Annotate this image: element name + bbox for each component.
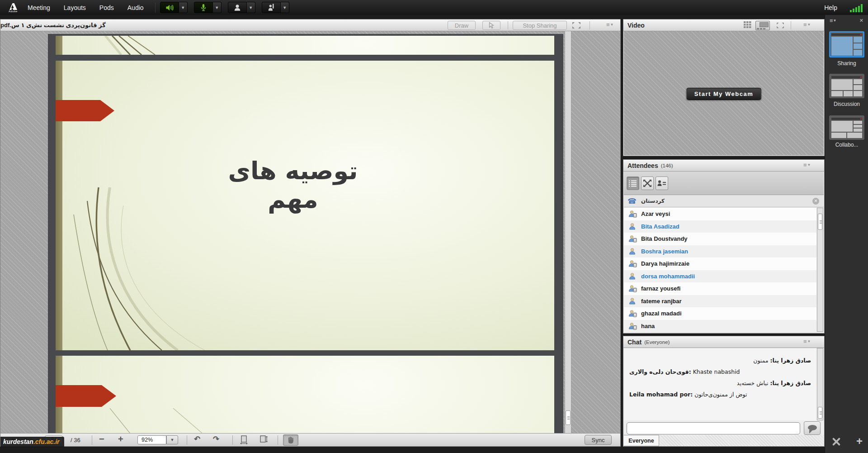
chat-send-button[interactable]	[804, 421, 821, 435]
attendee-name: dorsa mohammadii	[641, 273, 695, 280]
menu-meeting[interactable]: Meeting	[21, 4, 57, 11]
pod-tools-icon[interactable]	[830, 437, 842, 447]
menu-audio[interactable]: Audio	[121, 4, 151, 11]
slide-decoration-curves	[56, 187, 227, 350]
help-menu[interactable]: Help	[824, 4, 837, 11]
webcam-button[interactable]	[228, 2, 247, 13]
chat-sender-name: Leila mohamad por:	[629, 391, 693, 398]
chat-scrollbar-thumb[interactable]	[818, 407, 822, 419]
attendees-scrollbar[interactable]	[817, 208, 823, 332]
attendee-row[interactable]: ghazal madadi	[624, 307, 816, 320]
filmstrip-view-icon[interactable]	[755, 21, 770, 30]
watermark-name: kurdestan	[3, 438, 33, 445]
start-webcam-button[interactable]: Start My Webcam	[687, 88, 761, 100]
chat-message: صادق زهرا ینا: نباش خسته‌ید	[629, 380, 811, 386]
layouts-options-icon[interactable]: ≡▼	[830, 17, 837, 24]
pointer-button[interactable]	[482, 21, 500, 30]
document-scrollbar[interactable]	[565, 31, 571, 434]
fullscreen-icon[interactable]	[572, 22, 581, 31]
layout-thumb-sharing[interactable]	[829, 31, 864, 57]
attendee-name: fateme ranjbar	[641, 298, 682, 305]
chat-input[interactable]	[627, 422, 800, 434]
menu-layouts[interactable]: Layouts	[57, 4, 93, 11]
attendee-row[interactable]: Darya hajimirzaie	[624, 257, 816, 270]
document-toolbar: ▲ ▼ / 36 − + 92% ▼ ↶ ↷ Sync	[0, 433, 620, 446]
stop-sharing-button[interactable]: Stop Sharing	[513, 21, 567, 30]
attendee-status-view-button[interactable]	[656, 176, 668, 190]
slide-edge-stripe	[56, 36, 62, 55]
person-device-icon	[628, 235, 637, 243]
menu-pods[interactable]: Pods	[93, 4, 121, 11]
webcam-dropdown[interactable]: ▼	[247, 2, 255, 13]
zoom-dropdown-icon[interactable]: ▼	[166, 435, 178, 444]
microphone-dropdown[interactable]: ▼	[213, 2, 222, 13]
rotate-left-icon[interactable]: ↶	[194, 434, 200, 444]
tab-everyone[interactable]: Everyone	[624, 435, 659, 446]
layout-thumb-discussion[interactable]	[829, 74, 864, 98]
video-pod-title: Video	[627, 22, 645, 29]
attendee-list-view-button[interactable]	[627, 176, 639, 190]
adobe-logo: Adobe	[5, 2, 21, 13]
zoom-level-value[interactable]: 92%	[137, 435, 166, 444]
attendee-row[interactable]: Bita Doustvandy	[624, 233, 816, 245]
rotate-right-icon[interactable]: ↷	[213, 434, 219, 444]
grid-view-icon[interactable]	[744, 21, 752, 30]
microphone-button[interactable]	[194, 2, 213, 13]
draw-button[interactable]: Draw	[448, 21, 476, 30]
speaker-button[interactable]	[160, 2, 179, 13]
attendees-pod-titlebar: Attendees (146) ≡▼	[623, 160, 824, 172]
zoom-out-icon[interactable]: −	[99, 434, 104, 444]
fullscreen-icon[interactable]	[776, 22, 784, 30]
connection-signal-icon[interactable]	[850, 3, 863, 12]
attendee-row[interactable]: fateme ranjbar	[624, 295, 816, 308]
attendee-name: Boshra jasemian	[641, 248, 688, 255]
watermark-domain: .cfu.ac.ir	[33, 438, 60, 445]
attendee-row[interactable]: dorsa mohammadii	[624, 270, 816, 283]
chat-message-text: Khaste nabashid	[691, 368, 740, 375]
document-scrollbar-thumb[interactable]	[566, 410, 571, 425]
pan-tool-button[interactable]	[283, 434, 298, 446]
speaker-dropdown[interactable]: ▼	[179, 2, 188, 13]
attendee-row[interactable]: hana	[624, 320, 816, 333]
raise-hand-button[interactable]	[262, 2, 281, 13]
phone-conference-row[interactable]: ☎ کردستان ✕	[624, 195, 824, 207]
attendee-row[interactable]: farnaz yousefi	[624, 282, 816, 295]
attendees-scrollbar-thumb[interactable]	[818, 214, 822, 230]
chat-pod-titlebar: Chat (Everyone) ≡▼	[623, 336, 824, 348]
raise-hand-icon	[267, 3, 276, 12]
video-pod-body: Start My Webcam	[624, 31, 824, 155]
person-device-icon	[628, 310, 637, 317]
phone-disconnect-icon[interactable]: ✕	[812, 198, 819, 205]
pod-options-icon[interactable]: ≡▼	[803, 162, 811, 168]
hand-icon	[287, 436, 294, 444]
add-layout-icon[interactable]: +	[856, 435, 863, 448]
fit-width-icon[interactable]	[240, 435, 248, 446]
layout-thumb-collaboration[interactable]	[829, 115, 864, 140]
raise-hand-dropdown[interactable]: ▼	[281, 2, 289, 13]
header-divider	[508, 21, 508, 29]
sync-button[interactable]: Sync	[585, 435, 612, 445]
header-divider	[590, 21, 590, 29]
attendee-row[interactable]: Bita Asadizad	[624, 220, 816, 233]
pod-options-icon[interactable]: ≡▼	[803, 338, 811, 345]
chat-tab-bar: Everyone	[624, 435, 824, 446]
chat-scrollbar[interactable]	[817, 348, 823, 420]
chat-pod: Chat (Everyone) ≡▼ صادق زهرا ینا: ممنونق…	[623, 336, 825, 447]
layout-label-sharing: Sharing	[825, 60, 868, 67]
document-view[interactable]: توصیه های مهم	[0, 31, 620, 434]
attendee-name: ghazal madadi	[641, 310, 682, 317]
attendee-row[interactable]: Boshra jasemian	[624, 245, 816, 258]
layouts-close-icon[interactable]: ✕	[859, 18, 863, 24]
person-icon	[628, 248, 637, 255]
attendee-name: farnaz yousefi	[641, 285, 680, 292]
person-device-icon	[628, 322, 637, 330]
zoom-in-icon[interactable]: +	[118, 434, 123, 444]
top-menubar: Adobe Meeting Layouts Pods Audio ▼	[0, 0, 868, 15]
pod-options-icon[interactable]: ≡▼	[606, 21, 614, 28]
pod-options-icon[interactable]: ≡▼	[803, 21, 811, 28]
breakout-arrows-icon	[643, 180, 651, 187]
fit-page-icon[interactable]	[259, 435, 268, 446]
attendee-row[interactable]: Azar veysi	[624, 208, 816, 220]
attendee-list: Azar veysiBita AsadizadBita DoustvandyBo…	[624, 208, 816, 332]
breakout-view-button[interactable]	[641, 176, 654, 190]
